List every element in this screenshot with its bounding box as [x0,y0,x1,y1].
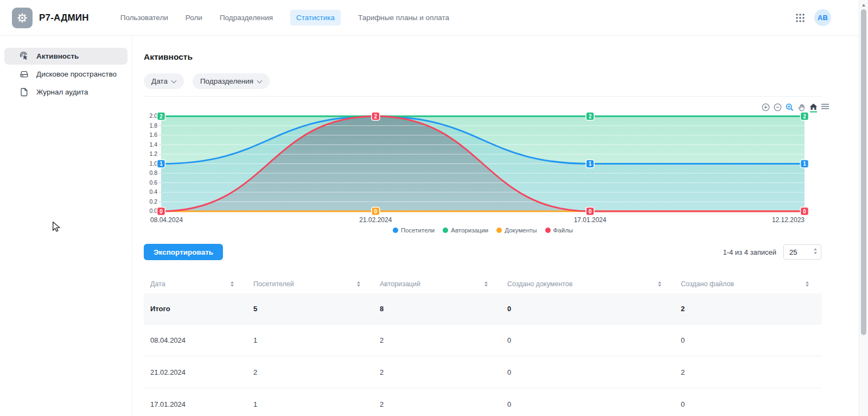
table-cell: Итого [150,305,253,313]
filter-label: Подразделения [200,77,253,85]
table-cell: 0 [507,336,681,344]
table-cell: 2 [681,305,815,313]
box-zoom-icon[interactable] [784,103,794,112]
page-title: Активность [144,52,193,62]
svg-text:0.8: 0.8 [149,169,157,176]
column-header-5[interactable]: Создано файлов [681,280,815,288]
table-cell: 08.04.2024 [150,336,253,344]
app-root: Р7-АДМИН ПользователиРолиПодразделенияСт… [0,0,868,416]
column-header-2[interactable]: Посетителей [253,280,380,288]
scrollbar-up-arrow-icon[interactable] [862,4,865,7]
table-row-1: 08.04.20241200 [144,324,822,356]
table-cell: 2 [380,368,507,376]
table-cell: 8 [380,305,507,313]
audit-log-icon [19,87,29,97]
app-header: Р7-АДМИН ПользователиРолиПодразделенияСт… [0,0,868,36]
activity-chart[interactable]: 0.00.20.40.60.81.01.21.41.61.82.01112220… [144,112,822,227]
svg-text:1.0: 1.0 [149,160,157,167]
svg-text:1: 1 [803,161,806,167]
sidebar-item-label: Активность [36,52,79,60]
sidebar-item-2[interactable]: Дисковое пространство [4,66,127,83]
scrollbar-thumb[interactable] [861,9,866,335]
nav-tab-3[interactable]: Подразделения [220,10,273,26]
legend-label: Авторизации [451,227,488,234]
sidebar-item-label: Журнал аудита [36,88,88,96]
filter-dropdown-1[interactable]: Дата [144,73,184,89]
page-size-select[interactable]: 25 [783,244,821,260]
header-actions: АВ [795,9,831,26]
sort-icon[interactable] [231,281,234,287]
svg-text:12.12.2023: 12.12.2023 [772,216,805,224]
legend-item-3[interactable]: Документы [496,227,537,234]
legend-item-1[interactable]: Посетители [393,227,435,234]
activity-table: ДатаПосетителейАвторизацийСоздано докуме… [144,275,822,416]
filter-dropdown-2[interactable]: Подразделения [193,73,270,89]
disk-space-icon [19,69,29,79]
legend-item-2[interactable]: Авторизации [443,227,488,234]
table-row-2: 21.02.20242202 [144,356,822,388]
app-logo[interactable] [12,8,33,28]
avatar[interactable]: АВ [814,9,831,26]
sort-icon[interactable] [658,281,661,287]
sort-icon[interactable] [357,281,360,287]
table-cell: 2 [253,368,380,376]
column-header-label: Создано документов [507,280,572,288]
svg-text:0: 0 [803,209,806,215]
gear-icon [16,11,29,24]
page-scrollbar[interactable] [859,0,868,416]
nav-tab-2[interactable]: Роли [186,10,202,26]
zoom-in-icon[interactable] [761,103,770,112]
content-divider [144,96,822,97]
svg-text:1.6: 1.6 [149,131,157,138]
export-button[interactable]: Экспортировать [144,244,223,260]
apps-grid-icon[interactable] [795,13,805,23]
table-cell: 0 [681,336,815,344]
nav-tab-4[interactable]: Статистика [290,10,341,26]
table-total-row: Итого5802 [144,293,822,324]
zoom-out-icon[interactable] [773,103,782,112]
column-header-1[interactable]: Дата [150,280,253,288]
home-icon[interactable] [808,103,818,112]
legend-dot-icon [496,228,502,233]
page-size-value: 25 [789,248,797,256]
table-cell: 1 [253,336,380,344]
svg-text:2.0: 2.0 [149,112,157,119]
svg-text:1.4: 1.4 [149,141,157,148]
sort-icon[interactable] [484,281,488,287]
column-header-label: Посетителей [253,280,294,288]
column-header-4[interactable]: Создано документов [507,280,681,288]
menu-icon[interactable] [820,103,830,112]
table-cell: 0 [507,305,681,313]
svg-text:0.4: 0.4 [149,188,157,195]
svg-text:1: 1 [589,161,592,167]
sidebar-item-1[interactable]: Активность [4,48,127,65]
filter-label: Дата [151,77,168,85]
svg-text:1.2: 1.2 [149,150,157,157]
main-nav: ПользователиРолиПодразделенияСтатистикаТ… [120,10,449,26]
nav-tab-5[interactable]: Тарифные планы и оплата [358,10,449,26]
sort-icon[interactable] [806,281,809,287]
column-header-3[interactable]: Авторизаций [380,280,507,288]
table-cell: 0 [681,400,815,408]
svg-text:0: 0 [159,209,163,215]
column-header-label: Авторизаций [380,280,420,288]
sidebar-item-3[interactable]: Журнал аудита [4,84,127,100]
svg-text:21.02.2024: 21.02.2024 [359,216,392,224]
table-cell: 0 [507,368,681,376]
svg-text:0.0: 0.0 [149,207,157,214]
sidebar: АктивностьДисковое пространствоЖурнал ау… [0,36,132,416]
nav-tab-1[interactable]: Пользователи [120,10,168,26]
table-cell: 1 [253,400,380,408]
pan-icon[interactable] [796,103,806,112]
svg-text:08.04.2024: 08.04.2024 [150,216,183,224]
legend-item-4[interactable]: Файлы [545,227,573,234]
main-content: Активность ДатаПодразделения 0.00.20.40.… [132,36,868,416]
legend-dot-icon [443,228,448,233]
legend-label: Файлы [553,227,573,234]
svg-text:2: 2 [589,114,592,119]
svg-text:0: 0 [374,209,378,215]
svg-text:0.6: 0.6 [149,179,157,186]
svg-text:1: 1 [159,161,163,167]
svg-text:0.2: 0.2 [149,198,157,205]
legend-label: Документы [505,227,537,234]
